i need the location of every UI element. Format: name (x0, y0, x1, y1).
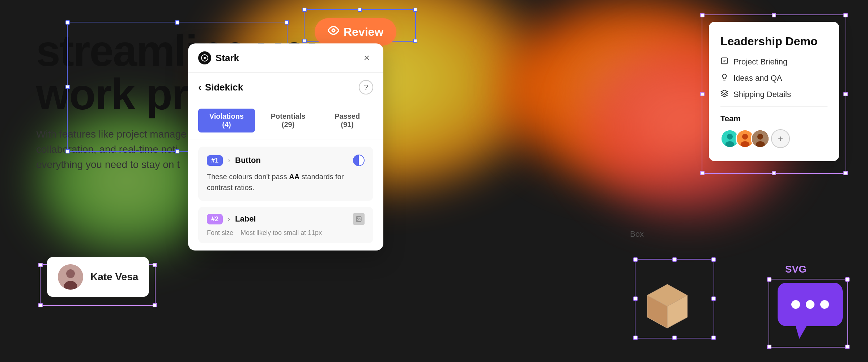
lead-handle-ml[interactable] (700, 92, 705, 96)
review-handle-tl[interactable] (302, 8, 307, 12)
review-button[interactable]: Review (315, 18, 396, 46)
review-handle-tr[interactable] (413, 8, 417, 12)
handle-tm[interactable] (175, 20, 179, 25)
svg-point-29 (820, 300, 829, 309)
lead-handle-br[interactable] (843, 171, 848, 175)
back-arrow-icon: ‹ (198, 82, 201, 93)
close-button[interactable]: × (360, 51, 373, 64)
violation-card-2[interactable]: #2 › Label Font size Most likely too sma… (198, 207, 373, 243)
bulb-icon (720, 73, 728, 83)
checklist-label-1: Project Briefing (733, 57, 787, 67)
kate-handle-tl[interactable] (38, 263, 43, 267)
violation-1-title: Button (235, 156, 348, 165)
nav-title: Sidekick (205, 82, 243, 93)
svg-point-0 (332, 29, 335, 32)
stark-logo (198, 51, 211, 64)
review-handle-bl[interactable] (302, 39, 307, 43)
handle-tr[interactable] (285, 20, 289, 25)
svg-point-28 (806, 300, 814, 309)
svg-handle-tl[interactable] (767, 277, 771, 282)
box-handle-tl[interactable] (633, 257, 638, 262)
svg-point-13 (742, 134, 748, 140)
add-member-button[interactable]: + (771, 129, 790, 148)
kate-handle-br[interactable] (153, 303, 157, 307)
contrast-icon (353, 155, 365, 166)
box-handle-bm[interactable] (672, 336, 677, 340)
checklist-label-3: Shipping Details (733, 90, 791, 99)
violation-1-arrow: › (228, 157, 230, 164)
svg-point-14 (741, 141, 750, 148)
svg-point-10 (727, 134, 733, 140)
detail-key: Font size (207, 229, 233, 237)
handle-ml[interactable] (65, 85, 70, 89)
team-avatars: + (720, 129, 827, 148)
handle-tl[interactable] (65, 20, 70, 25)
kate-handle-bl[interactable] (38, 303, 43, 307)
lead-handle-bm[interactable] (772, 171, 776, 175)
lead-handle-tm[interactable] (772, 13, 776, 17)
checklist-item-2: Ideas and QA (720, 73, 827, 83)
svg-point-11 (726, 141, 735, 148)
svg-marker-26 (796, 326, 807, 339)
panel-tabs: Violations (4) Potentials (29) Passed (9… (188, 102, 383, 139)
tab-passed[interactable]: Passed (91) (321, 109, 373, 132)
box-handle-tr[interactable] (711, 257, 716, 262)
checkbox-icon (720, 57, 728, 67)
divider (720, 106, 827, 107)
speech-bubble-icon (774, 279, 846, 342)
review-handle-tm[interactable] (358, 8, 362, 12)
box-handle-ml[interactable] (633, 296, 638, 301)
kate-handle-tr[interactable] (153, 263, 157, 267)
svg-point-16 (757, 134, 763, 140)
panel-header: Stark × (188, 43, 383, 73)
svg-handle-bl[interactable] (767, 345, 771, 349)
violation-1-desc: These colours don't pass AA standards fo… (207, 171, 365, 193)
violation-1-header: #1 › Button (207, 155, 365, 166)
box-handle-mr[interactable] (711, 296, 716, 301)
kate-avatar (58, 264, 83, 290)
lead-handle-bl[interactable] (700, 171, 705, 175)
review-handle-br[interactable] (413, 39, 417, 43)
box-icon (720, 89, 728, 99)
box-handle-br[interactable] (711, 336, 716, 340)
help-button[interactable]: ? (359, 80, 373, 94)
panel-nav: ‹ Sidekick ? (188, 73, 383, 102)
tab-potentials[interactable]: Potentials (29) (258, 109, 319, 132)
svg-point-7 (357, 218, 358, 218)
svg-point-5 (204, 57, 206, 59)
box-handle-tm[interactable] (672, 257, 677, 262)
box-3d-icon (640, 277, 694, 333)
kate-name: Kate Vesa (90, 271, 138, 283)
image-icon (353, 213, 365, 225)
review-label: Review (344, 25, 383, 39)
violation-card-1[interactable]: #1 › Button These colours don't pass AA … (198, 147, 373, 201)
checklist-item-3: Shipping Details (720, 89, 827, 99)
violation-1-number: #1 (207, 155, 223, 166)
lead-handle-tr[interactable] (843, 13, 848, 17)
handle-bl[interactable] (65, 149, 70, 153)
team-avatar-3 (751, 129, 770, 148)
handle-bm[interactable] (175, 149, 179, 153)
violation-2-header: #2 › Label (207, 213, 365, 225)
box-handle-bl[interactable] (633, 336, 638, 340)
lead-handle-tl[interactable] (700, 13, 705, 17)
checklist-label-2: Ideas and QA (733, 73, 782, 83)
svg-label: SVG (785, 264, 807, 275)
violation-2-detail: Font size Most likely too small at 11px (207, 229, 365, 237)
violation-2-arrow: › (228, 215, 230, 223)
stark-panel: Stark × ‹ Sidekick ? Violations (4) Pote… (188, 43, 383, 251)
kate-card: Kate Vesa (47, 257, 149, 297)
box-label: Box (630, 230, 644, 239)
lead-handle-mr[interactable] (843, 92, 848, 96)
panel-brand: Stark (198, 51, 239, 64)
nav-back-button[interactable]: ‹ Sidekick (198, 82, 243, 93)
leadership-panel: Leadership Demo Project Briefing Ideas a… (709, 22, 839, 161)
brand-name: Stark (216, 52, 239, 64)
eye-icon (328, 25, 339, 39)
tab-violations[interactable]: Violations (4) (198, 109, 255, 132)
panel-content: #1 › Button These colours don't pass AA … (188, 139, 383, 251)
svg-handle-br[interactable] (845, 345, 850, 349)
svg-point-17 (756, 141, 765, 148)
checklist-item-1: Project Briefing (720, 57, 827, 67)
leadership-title: Leadership Demo (720, 35, 827, 48)
